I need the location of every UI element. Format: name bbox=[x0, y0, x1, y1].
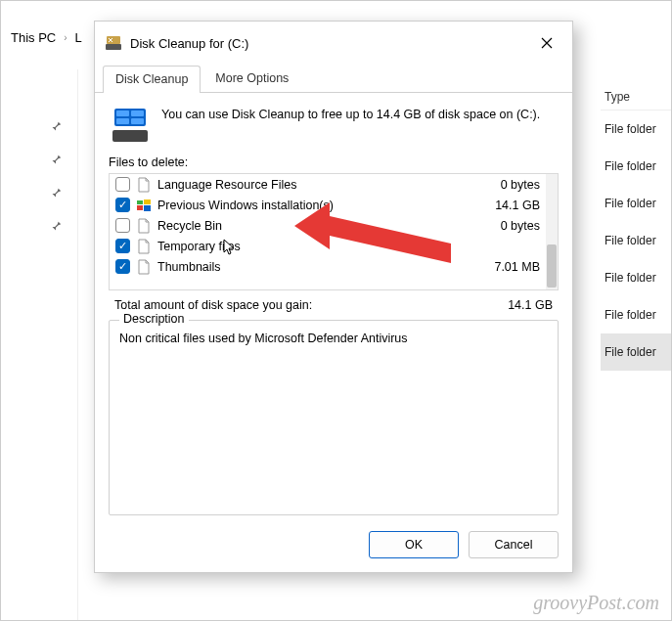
file-name: Temporary files bbox=[157, 240, 466, 253]
tab-more-options[interactable]: More Options bbox=[202, 65, 301, 92]
breadcrumb[interactable]: This PC › L bbox=[11, 30, 82, 45]
file-row[interactable]: Temporary files bbox=[110, 236, 546, 256]
tab-strip: Disk Cleanup More Options bbox=[95, 65, 572, 93]
description-fieldset: Description Non critical files used by M… bbox=[109, 320, 559, 515]
file-icon bbox=[136, 239, 152, 254]
pin-icon bbox=[48, 118, 64, 134]
file-icon bbox=[136, 198, 152, 213]
pin-icon bbox=[48, 152, 64, 167]
description-legend: Description bbox=[119, 312, 189, 326]
file-name: Language Resource Files bbox=[157, 178, 466, 192]
checkbox[interactable] bbox=[115, 198, 130, 212]
files-list: Language Resource Files0 bytesPrevious W… bbox=[109, 173, 559, 290]
tab-pane: You can use Disk Cleanup to free up to 1… bbox=[95, 93, 572, 519]
scrollbar-thumb[interactable] bbox=[547, 244, 557, 288]
dialog-title: Disk Cleanup for (C:) bbox=[130, 36, 531, 51]
breadcrumb-pc[interactable]: This PC bbox=[11, 30, 56, 45]
type-cell[interactable]: File folder bbox=[601, 222, 671, 259]
file-name: Previous Windows installation(s) bbox=[157, 199, 466, 212]
type-cell[interactable]: File folder bbox=[601, 333, 671, 371]
pin-icon bbox=[48, 218, 64, 234]
titlebar: Disk Cleanup for (C:) bbox=[95, 22, 572, 65]
file-size: 7.01 MB bbox=[471, 260, 540, 274]
svg-rect-4 bbox=[137, 205, 143, 210]
disk-cleanup-dialog: Disk Cleanup for (C:) Disk Cleanup More … bbox=[94, 21, 573, 573]
file-size: 0 bytes bbox=[471, 178, 540, 192]
file-row[interactable]: Recycle Bin0 bytes bbox=[110, 215, 546, 236]
file-row[interactable]: Thumbnails7.01 MB bbox=[110, 256, 546, 277]
file-name: Thumbnails bbox=[157, 260, 466, 274]
file-row[interactable]: Previous Windows installation(s)14.1 GB bbox=[110, 195, 546, 215]
intro-text: You can use Disk Cleanup to free up to 1… bbox=[161, 107, 540, 142]
file-icon bbox=[136, 218, 152, 234]
svg-rect-0 bbox=[106, 44, 121, 50]
type-cell[interactable]: File folder bbox=[601, 185, 671, 222]
breadcrumb-next[interactable]: L bbox=[75, 30, 82, 45]
svg-rect-3 bbox=[144, 200, 151, 204]
pin-icon bbox=[48, 185, 64, 200]
files-to-delete-label: Files to delete: bbox=[109, 155, 559, 169]
checkbox[interactable] bbox=[115, 218, 130, 233]
file-row[interactable]: Language Resource Files0 bytes bbox=[110, 174, 546, 195]
type-cell[interactable]: File folder bbox=[601, 296, 671, 333]
checkbox[interactable] bbox=[115, 177, 130, 192]
file-name: Recycle Bin bbox=[157, 219, 466, 233]
checkbox[interactable] bbox=[115, 239, 130, 253]
file-size: 14.1 GB bbox=[471, 199, 540, 212]
dialog-buttons: OK Cancel bbox=[95, 519, 572, 572]
ok-button[interactable]: OK bbox=[369, 531, 459, 558]
total-value: 14.1 GB bbox=[508, 298, 553, 312]
file-icon bbox=[136, 259, 152, 275]
checkbox[interactable] bbox=[115, 259, 130, 274]
pinned-column bbox=[48, 118, 64, 234]
column-header-type[interactable]: Type bbox=[601, 84, 671, 111]
disk-cleanup-icon bbox=[105, 34, 122, 52]
cancel-button[interactable]: Cancel bbox=[469, 531, 559, 558]
total-label: Total amount of disk space you gain: bbox=[114, 298, 508, 312]
description-text: Non critical files used by Microsoft Def… bbox=[119, 331, 548, 348]
svg-rect-2 bbox=[137, 200, 143, 204]
drive-icon bbox=[111, 107, 150, 142]
chevron-right-icon: › bbox=[64, 32, 67, 43]
svg-rect-5 bbox=[144, 205, 151, 211]
type-cell[interactable]: File folder bbox=[601, 148, 671, 185]
intro-row: You can use Disk Cleanup to free up to 1… bbox=[109, 103, 559, 152]
type-cell[interactable]: File folder bbox=[601, 111, 671, 148]
divider bbox=[77, 69, 78, 620]
file-icon bbox=[136, 177, 152, 193]
tab-disk-cleanup[interactable]: Disk Cleanup bbox=[103, 66, 201, 93]
watermark: groovyPost.com bbox=[533, 592, 659, 614]
type-cell[interactable]: File folder bbox=[601, 259, 671, 296]
close-button[interactable] bbox=[531, 29, 562, 57]
scrollbar[interactable] bbox=[546, 174, 558, 289]
type-column: Type File folderFile folderFile folderFi… bbox=[601, 84, 671, 371]
svg-rect-1 bbox=[107, 36, 120, 44]
file-size: 0 bytes bbox=[471, 219, 540, 233]
